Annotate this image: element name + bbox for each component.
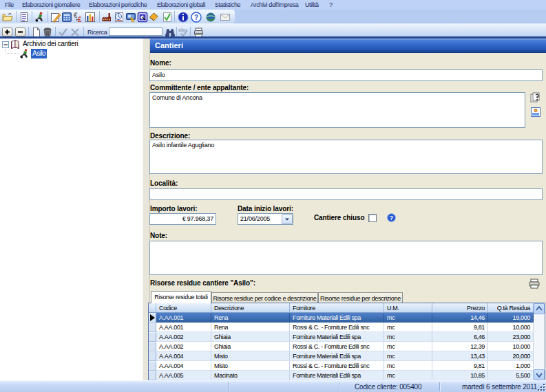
svg-text:abc: abc [178,28,187,32]
svg-text:£: £ [78,16,82,23]
svg-text:?: ? [390,215,394,221]
svg-text:?: ? [194,14,198,21]
